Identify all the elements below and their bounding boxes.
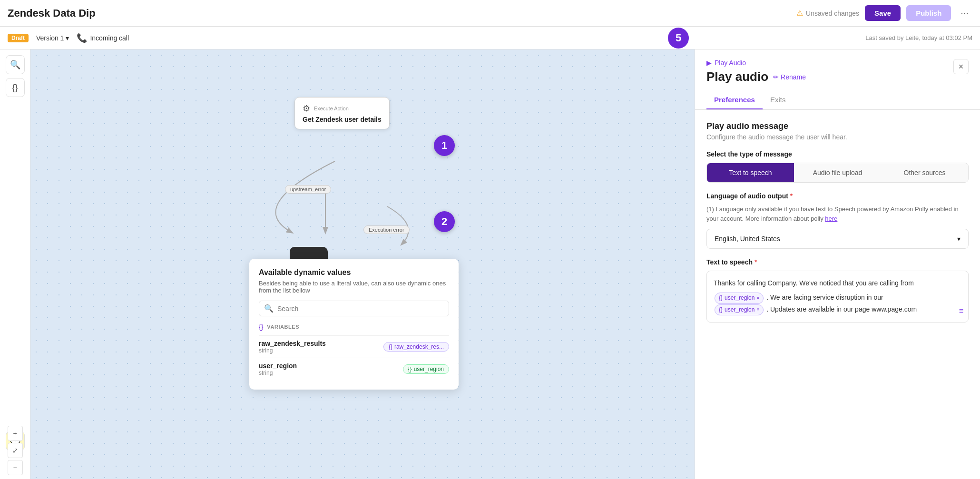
tab-preferences[interactable]: Preferences	[706, 91, 763, 109]
popup-description: Besides being able to use a literal valu…	[259, 280, 449, 294]
section-subtitle: Configure the audio message the user wil…	[706, 133, 969, 141]
language-dropdown[interactable]: English, United States ▾	[706, 229, 969, 249]
node-header: ⚙ Execute Action	[303, 103, 382, 114]
variable-chip-1[interactable]: {} user_region	[403, 364, 449, 374]
upstream-error-label: upstream_error	[285, 185, 331, 194]
variable-name-1: user_region	[259, 362, 297, 370]
search-icon: 🔍	[264, 304, 274, 313]
dynamic-values-popup: Available dynamic values Besides being a…	[249, 259, 459, 390]
msg-type-upload[interactable]: Audio file upload	[794, 163, 881, 182]
variable-type: string	[259, 347, 326, 354]
chip-braces-2: {}	[719, 305, 723, 314]
tts-required-star: *	[755, 258, 757, 266]
variable-row-1[interactable]: user_region string {} user_region	[259, 358, 449, 380]
search-button[interactable]: 🔍	[6, 55, 25, 74]
unsaved-badge: ⚠ Unsaved changes	[796, 9, 859, 18]
variables-label: VARIABLES	[267, 324, 299, 330]
braces-icon: {}	[259, 323, 263, 331]
expand-button[interactable]: ⤢	[8, 443, 23, 458]
tts-chip-2[interactable]: {} user_region ×	[715, 304, 764, 315]
here-link[interactable]: here	[825, 215, 837, 222]
app-title: Zendesk Data Dip	[8, 7, 96, 20]
panel-title-area: ▶ Play Audio Play audio ✏ Rename Prefere…	[706, 59, 806, 109]
play-icon: ▶	[706, 59, 712, 67]
zoom-in-button[interactable]: +	[8, 426, 23, 441]
language-label: Language of audio output *	[706, 192, 969, 200]
chip-icon: {}	[389, 343, 392, 350]
zoom-out-button[interactable]: −	[8, 460, 23, 475]
variable-name: raw_zendesk_results	[259, 340, 326, 347]
tts-line-3: {} user_region × . Updates are available…	[714, 304, 961, 315]
publish-button[interactable]: Publish	[906, 5, 951, 21]
variable-chip-0[interactable]: {} raw_zendesk_res...	[383, 342, 449, 352]
step-5-circle: 5	[668, 28, 689, 49]
panel-subtitle: ▶ Play Audio	[706, 59, 806, 67]
chip-icon-1: {}	[408, 366, 412, 372]
variable-info-1: user_region string	[259, 362, 297, 376]
search-row: 🔍	[259, 301, 449, 316]
header-right: ⚠ Unsaved changes Save Publish ···	[796, 5, 972, 21]
chip-close-2[interactable]: ×	[756, 306, 759, 313]
chip-label: raw_zendesk_res...	[394, 343, 444, 350]
panel-title: Play audio ✏ Rename	[706, 69, 806, 84]
language-info: (1) Language only available if you have …	[706, 205, 969, 223]
incoming-call-icon: 📞	[77, 33, 87, 43]
step-1-circle: 1	[434, 135, 455, 156]
chevron-down-icon: ▾	[66, 34, 69, 42]
step-2-circle: 2	[434, 211, 455, 232]
variables-section: {} VARIABLES raw_zendesk_results string …	[259, 323, 449, 380]
warning-icon: ⚠	[796, 9, 803, 18]
execute-action-node[interactable]: ⚙ Execute Action Get Zendesk user detail…	[294, 97, 390, 129]
variable-info: raw_zendesk_results string	[259, 340, 326, 354]
language-value: English, United States	[715, 235, 780, 243]
draft-badge: Draft	[8, 34, 29, 42]
variable-type-1: string	[259, 370, 297, 376]
tts-text-before: Thanks for calling Company. We've notice…	[714, 278, 961, 288]
variable-row[interactable]: raw_zendesk_results string {} raw_zendes…	[259, 335, 449, 358]
section-title: Play audio message	[706, 121, 969, 131]
last-saved: Last saved by Leite, today at 03:02 PM	[865, 34, 972, 41]
more-options-button[interactable]: ···	[957, 6, 972, 20]
unsaved-label: Unsaved changes	[806, 10, 859, 17]
tts-action-icon[interactable]: ≡	[959, 305, 963, 317]
tts-box[interactable]: Thanks for calling Company. We've notice…	[706, 271, 969, 323]
chip-close-1[interactable]: ×	[756, 294, 759, 302]
node-title: Get Zendesk user details	[303, 116, 382, 123]
panel-body: Play audio message Configure the audio m…	[695, 110, 980, 334]
variables-button[interactable]: {}	[6, 78, 25, 97]
gear-icon: ⚙	[303, 103, 310, 114]
canvas: ⚙ Execute Action Get Zendesk user detail…	[30, 49, 695, 479]
save-button[interactable]: Save	[865, 5, 901, 21]
version-label: Version 1	[36, 34, 64, 42]
chip-braces: {}	[719, 293, 723, 303]
zoom-controls: + ⤢ −	[8, 426, 23, 475]
execute-label: Execute Action	[314, 106, 349, 111]
tts-chip-1[interactable]: {} user_region ×	[715, 293, 764, 303]
chip-label-1: user_region	[414, 366, 444, 372]
pencil-icon: ✏	[773, 73, 779, 81]
tab-exits[interactable]: Exits	[763, 91, 794, 109]
rename-button[interactable]: ✏ Rename	[773, 73, 806, 81]
chevron-down-icon: ▾	[957, 235, 960, 243]
second-header: Draft Version 1 ▾ 📞 Incoming call Last s…	[0, 27, 980, 49]
panel-header: ▶ Play Audio Play audio ✏ Rename Prefere…	[695, 49, 980, 110]
left-sidebar: 🔍 {} 💬 + ⤢ −	[0, 49, 30, 479]
right-panel: ▶ Play Audio Play audio ✏ Rename Prefere…	[695, 49, 980, 479]
tts-line-2: {} user_region × . We are facing service…	[714, 292, 961, 303]
incoming-call: 📞 Incoming call	[77, 33, 129, 43]
main-layout: 🔍 {} 💬 + ⤢ −	[0, 49, 980, 479]
close-button[interactable]: ×	[953, 59, 969, 74]
panel-tabs: Preferences Exits	[706, 91, 806, 109]
incoming-label: Incoming call	[90, 34, 129, 42]
version-selector[interactable]: Version 1 ▾	[36, 34, 69, 42]
variables-header: {} VARIABLES	[259, 323, 449, 331]
required-star: *	[790, 192, 793, 200]
msg-type-other[interactable]: Other sources	[881, 163, 968, 182]
message-type-label: Select the type of message	[706, 150, 969, 158]
top-header: Zendesk Data Dip ⚠ Unsaved changes Save …	[0, 0, 980, 27]
msg-type-tts[interactable]: Text to speech	[707, 163, 794, 182]
popup-title: Available dynamic values	[259, 268, 449, 277]
execution-error-label: Execution error	[363, 225, 410, 234]
message-type-group: Text to speech Audio file upload Other s…	[706, 163, 969, 183]
search-input[interactable]	[277, 305, 444, 313]
